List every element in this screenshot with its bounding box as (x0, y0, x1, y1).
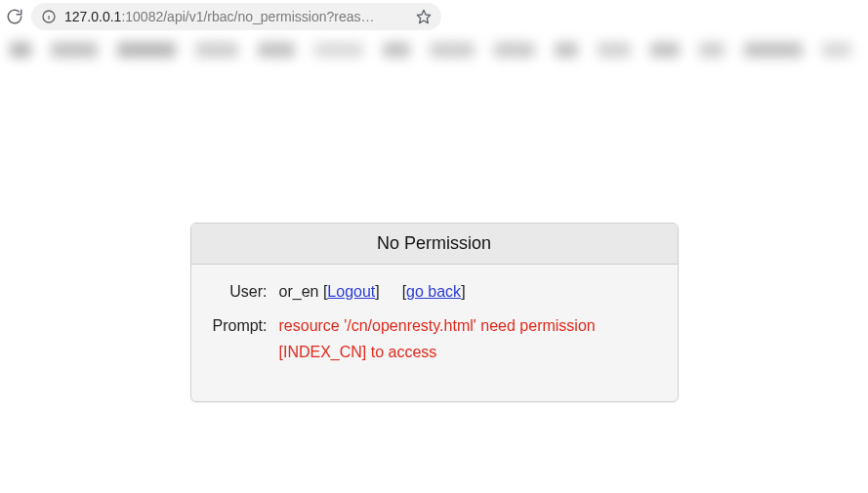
prompt-label: Prompt: (209, 312, 279, 365)
username-text: or_en (279, 283, 319, 300)
site-info-icon[interactable] (41, 9, 57, 24)
bookmark-star-icon[interactable] (416, 9, 432, 24)
bookmarks-bar-blurred (0, 33, 868, 66)
browser-toolbar: 127.0.0.1:10082/api/v1/rbac/no_permissio… (0, 0, 868, 33)
goback-bracket-close: ] (461, 283, 465, 300)
prompt-message: resource '/cn/openresty.html' need permi… (279, 312, 660, 365)
user-label: User: (209, 278, 279, 305)
url-text: 127.0.0.1:10082/api/v1/rbac/no_permissio… (64, 9, 408, 24)
panel-body: User: or_en [Logout] [go back] Prompt: r… (191, 265, 678, 401)
address-bar[interactable]: 127.0.0.1:10082/api/v1/rbac/no_permissio… (31, 3, 441, 30)
panel-title: No Permission (191, 224, 678, 265)
go-back-link[interactable]: go back (406, 283, 461, 300)
logout-link[interactable]: Logout (327, 283, 375, 300)
page-content: No Permission User: or_en [Logout] [go b… (0, 66, 868, 402)
user-value: or_en [Logout] [go back] (279, 278, 660, 305)
logout-bracket-close: ] (375, 283, 379, 300)
user-row: User: or_en [Logout] [go back] (209, 278, 660, 305)
svg-marker-3 (417, 10, 430, 22)
prompt-row: Prompt: resource '/cn/openresty.html' ne… (209, 312, 660, 365)
no-permission-panel: No Permission User: or_en [Logout] [go b… (190, 223, 679, 402)
reload-icon[interactable] (6, 8, 23, 25)
